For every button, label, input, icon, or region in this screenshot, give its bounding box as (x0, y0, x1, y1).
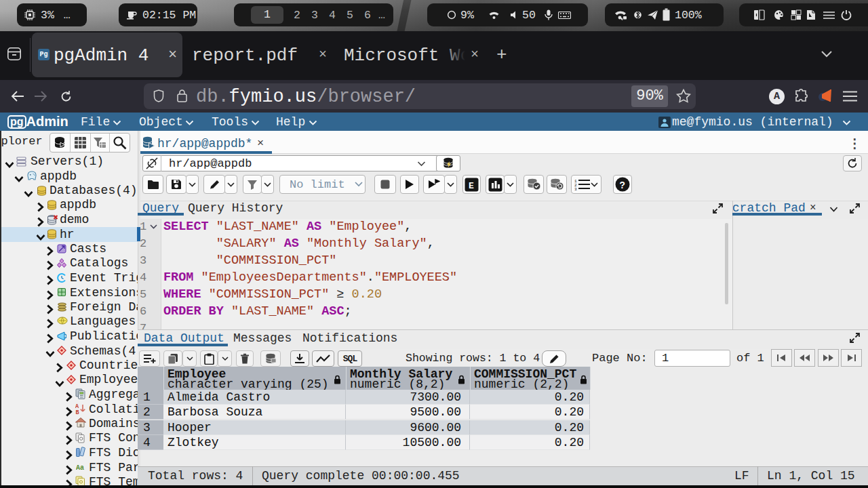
svg-text:E: E (469, 180, 474, 190)
svg-text:?: ? (620, 180, 625, 191)
svg-text:B: B (76, 409, 79, 415)
svg-text:3: 3 (574, 187, 577, 190)
svg-text:Aa: Aa (76, 464, 84, 472)
